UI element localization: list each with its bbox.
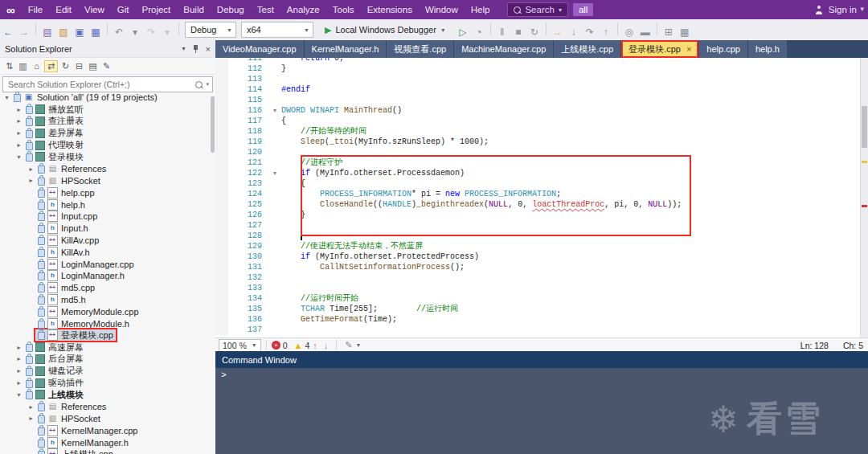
tab-VideoManager.cpp[interactable]: VideoManager.cpp bbox=[215, 40, 304, 58]
expander-icon[interactable]: ▾ bbox=[2, 94, 11, 101]
code-line[interactable]: 114#endif bbox=[215, 84, 868, 95]
tree-item[interactable]: ▸播放监听 bbox=[0, 104, 211, 116]
code-line[interactable]: 111 return 0; bbox=[215, 58, 868, 63]
tree-item[interactable]: help.cpp bbox=[0, 186, 211, 198]
tree-item[interactable]: ▾▣Solution 'all' (19 of 19 projects) bbox=[0, 92, 211, 104]
start-without-debugging-icon[interactable]: ▷ bbox=[457, 27, 469, 38]
code-line[interactable]: 121 //进程守护 bbox=[215, 157, 868, 168]
navigate-forward-icon[interactable]: → bbox=[18, 27, 31, 38]
quick-search-box[interactable]: Search ▾ bbox=[507, 2, 567, 17]
step-into-icon[interactable]: ↓ bbox=[567, 27, 580, 38]
code-line[interactable]: 119 Sleep(_ttoi(MyInfo.szRunSleep) * 100… bbox=[215, 137, 868, 147]
close-icon[interactable]: × bbox=[206, 44, 211, 54]
breakpoint-margin[interactable] bbox=[215, 272, 228, 283]
breakpoint-margin[interactable] bbox=[215, 84, 228, 95]
breakpoint-margin[interactable] bbox=[215, 283, 228, 293]
menu-item-tools[interactable]: Tools bbox=[326, 5, 361, 14]
code-line[interactable]: 130 if (MyInfo.otherset.ProtectedProcess… bbox=[215, 252, 868, 262]
error-count[interactable]: 0 bbox=[283, 341, 288, 350]
close-tab-icon[interactable]: × bbox=[686, 44, 691, 54]
expander-icon[interactable]: ▸ bbox=[27, 415, 35, 422]
breakpoint-margin[interactable] bbox=[215, 304, 228, 314]
tree-item[interactable]: ▸查注册表 bbox=[0, 116, 211, 128]
tree-item[interactable]: Input.cpp bbox=[0, 211, 211, 223]
navigate-back-icon[interactable]: ← bbox=[2, 27, 14, 38]
code-line[interactable]: 129 //使进程无法手动结束，不然蓝屏 bbox=[215, 241, 868, 252]
tab-help.h[interactable]: help.h bbox=[748, 40, 787, 58]
tree-item[interactable]: ▸高速屏幕 bbox=[0, 342, 211, 354]
command-window-icon[interactable]: ▬ bbox=[639, 27, 652, 38]
breakpoint-margin[interactable] bbox=[215, 178, 228, 189]
tree-item[interactable]: KillAv.h bbox=[0, 246, 211, 258]
tree-item[interactable]: 上线模块.cpp bbox=[0, 448, 211, 454]
code-line[interactable]: 120 bbox=[215, 147, 868, 157]
error-icon[interactable]: × bbox=[272, 341, 280, 350]
tree-item[interactable]: LoginManager.cpp bbox=[0, 258, 211, 270]
menu-item-help[interactable]: Help bbox=[465, 5, 497, 14]
show-all-files-icon[interactable]: ▤ bbox=[87, 61, 99, 72]
expander-icon[interactable]: ▸ bbox=[14, 106, 23, 113]
tree-item[interactable]: LoginManager.h bbox=[0, 270, 211, 282]
pending-changes-filter-icon[interactable]: ▥ bbox=[17, 61, 29, 72]
expander-icon[interactable]: ▸ bbox=[14, 141, 23, 149]
code-line[interactable]: 137 bbox=[215, 325, 868, 335]
expander-icon[interactable]: ▸ bbox=[14, 117, 23, 125]
tree-item[interactable]: ▸▧HPSocket bbox=[0, 413, 211, 425]
command-window-header[interactable]: Command Window bbox=[215, 351, 868, 368]
tab-上线模块.cpp[interactable]: 上线模块.cpp bbox=[554, 40, 620, 58]
code-line[interactable]: 123 { bbox=[215, 178, 868, 189]
undo-icon[interactable]: ↶ bbox=[113, 27, 125, 38]
code-line[interactable]: 134 //运行时间开始 bbox=[215, 293, 868, 304]
tree-item[interactable]: ▾登录模块 bbox=[0, 151, 211, 163]
breakpoint-margin[interactable] bbox=[215, 63, 228, 74]
tab-登录模块.cpp[interactable]: 登录模块.cpp× bbox=[621, 40, 698, 58]
search-scope-chip[interactable]: all bbox=[573, 3, 594, 16]
save-all-icon[interactable]: ▦ bbox=[89, 27, 102, 38]
tree-item[interactable]: ▸后台屏幕 bbox=[0, 354, 211, 366]
tree-item[interactable]: md5.h bbox=[0, 294, 211, 306]
tab-MachineManager.cpp[interactable]: MachineManager.cpp bbox=[454, 40, 553, 58]
tree-item[interactable]: KernelManager.h bbox=[0, 436, 211, 448]
menu-item-file[interactable]: File bbox=[22, 5, 50, 14]
home-icon[interactable]: ⌂ bbox=[31, 61, 43, 71]
breakpoint-margin[interactable] bbox=[215, 157, 228, 168]
code-line[interactable]: 113 bbox=[215, 74, 868, 84]
redo-dropdown-icon[interactable]: ▾ bbox=[161, 27, 174, 38]
tree-item[interactable]: ▸键盘记录 bbox=[0, 365, 211, 377]
tab-overflow-icon[interactable]: ▾ bbox=[860, 5, 864, 13]
breakpoint-margin[interactable] bbox=[215, 168, 228, 178]
breakpoint-margin[interactable] bbox=[215, 210, 228, 220]
new-project-icon[interactable]: ▤ bbox=[41, 27, 54, 38]
save-icon[interactable]: ▣ bbox=[73, 27, 86, 38]
collapse-all-icon[interactable]: ⊟ bbox=[73, 61, 85, 72]
breakpoint-margin[interactable] bbox=[215, 262, 228, 272]
step-over-icon[interactable]: ↷ bbox=[583, 27, 596, 38]
tree-item[interactable]: ▸▤References bbox=[0, 163, 211, 175]
breakpoint-margin[interactable] bbox=[215, 231, 228, 241]
undo-dropdown-icon[interactable]: ▾ bbox=[129, 27, 141, 38]
tree-item[interactable]: ▸驱动插件 bbox=[0, 377, 211, 389]
tree-item[interactable]: KernelManager.cpp bbox=[0, 424, 211, 436]
menu-item-window[interactable]: Window bbox=[419, 5, 465, 14]
breakpoint-margin[interactable] bbox=[215, 293, 228, 304]
breakpoint-margin[interactable] bbox=[215, 325, 228, 335]
start-debugging-button[interactable]: ▶ Local Windows Debugger ▼ bbox=[319, 22, 452, 38]
expander-icon[interactable]: ▸ bbox=[27, 403, 35, 411]
tree-item[interactable]: md5.cpp bbox=[0, 282, 211, 294]
code-line[interactable]: 116▾DWORD WINAPI MainThread() bbox=[215, 105, 868, 116]
warning-count[interactable]: 4 bbox=[305, 341, 309, 350]
expander-icon[interactable]: ▸ bbox=[14, 355, 23, 362]
menu-item-edit[interactable]: Edit bbox=[49, 5, 78, 14]
menu-item-view[interactable]: View bbox=[78, 5, 111, 14]
expander-icon[interactable]: ▸ bbox=[27, 177, 35, 184]
breakpoint-margin[interactable] bbox=[215, 147, 228, 157]
breakpoint-margin[interactable] bbox=[215, 241, 228, 252]
expander-icon[interactable]: ▸ bbox=[14, 344, 23, 351]
solution-explorer-header[interactable]: Solution Explorer ▾ × bbox=[0, 40, 215, 58]
expander-icon[interactable]: ▸ bbox=[14, 129, 23, 137]
menu-item-build[interactable]: Build bbox=[177, 5, 211, 14]
code-line[interactable]: 133 bbox=[215, 283, 868, 293]
cpu-profiler-icon[interactable]: ◔ bbox=[473, 27, 485, 38]
breakpoint-margin[interactable] bbox=[215, 220, 228, 231]
solution-configuration-dropdown[interactable]: Debug▼ bbox=[185, 22, 236, 38]
